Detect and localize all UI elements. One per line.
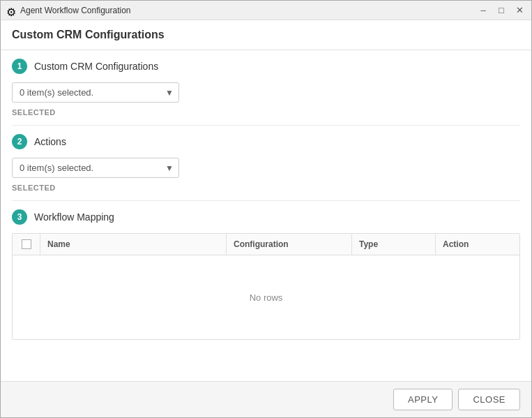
maximize-button[interactable]: □: [495, 4, 508, 17]
crm-dropdown[interactable]: 0 item(s) selected.: [12, 82, 179, 103]
window-close-button[interactable]: ✕: [513, 4, 526, 17]
section-2-title: Actions: [34, 136, 66, 147]
workflow-table: Name Configuration Type Action No: [12, 233, 520, 340]
page-title: Custom CRM Configurations: [12, 29, 165, 40]
step-1-circle: 1: [12, 59, 27, 74]
title-bar-left: ⚙ Agent Workflow Configuration: [6, 6, 131, 15]
table-header-type: Type: [352, 234, 436, 255]
actions-dropdown-wrapper: 0 item(s) selected. ▼: [12, 158, 179, 178]
apply-button[interactable]: APPLY: [393, 389, 453, 410]
section-actions: 2 Actions 0 item(s) selected. ▼ SELECTED: [12, 126, 520, 201]
table-header-action: Action: [436, 234, 519, 255]
no-rows-message: No rows: [250, 292, 283, 303]
table-body: No rows: [13, 255, 519, 339]
page-header: Custom CRM Configurations: [1, 20, 531, 50]
step-3-circle: 3: [12, 209, 27, 225]
crm-dropdown-wrapper: 0 item(s) selected. ▼: [12, 82, 179, 103]
step-2-circle: 2: [12, 134, 27, 149]
app-icon: ⚙: [6, 6, 16, 15]
section-custom-crm: 1 Custom CRM Configurations 0 item(s) se…: [12, 50, 520, 126]
table-header-name: Name: [40, 234, 227, 255]
actions-selected-label: SELECTED: [12, 184, 520, 192]
section-3-title: Workflow Mapping: [34, 211, 114, 223]
section-1-header: 1 Custom CRM Configurations: [12, 59, 520, 74]
main-window: ⚙ Agent Workflow Configuration – □ ✕ Cus…: [0, 0, 532, 418]
main-scroll-wrapper: 1 Custom CRM Configurations 0 item(s) se…: [1, 50, 531, 381]
section-3-header: 3 Workflow Mapping: [12, 209, 520, 225]
title-bar-controls: – □ ✕: [477, 4, 526, 17]
section-2-header: 2 Actions: [12, 134, 520, 149]
crm-selected-label: SELECTED: [12, 108, 520, 117]
actions-dropdown[interactable]: 0 item(s) selected.: [12, 158, 179, 178]
select-all-checkbox[interactable]: [22, 239, 31, 249]
section-workflow-mapping: 3 Workflow Mapping Name Configuration: [12, 201, 520, 348]
close-button[interactable]: CLOSE: [458, 389, 520, 410]
section-1-title: Custom CRM Configurations: [34, 61, 158, 72]
table-header-checkbox-cell: [13, 234, 40, 255]
minimize-button[interactable]: –: [477, 4, 489, 17]
window-title: Agent Workflow Configuration: [20, 6, 131, 15]
title-bar: ⚙ Agent Workflow Configuration – □ ✕: [1, 1, 531, 20]
scrollable-content: 1 Custom CRM Configurations 0 item(s) se…: [1, 50, 531, 381]
table-header-row: Name Configuration Type Action: [13, 234, 519, 255]
table-header-configuration: Configuration: [227, 234, 352, 255]
footer: APPLY CLOSE: [1, 381, 531, 417]
